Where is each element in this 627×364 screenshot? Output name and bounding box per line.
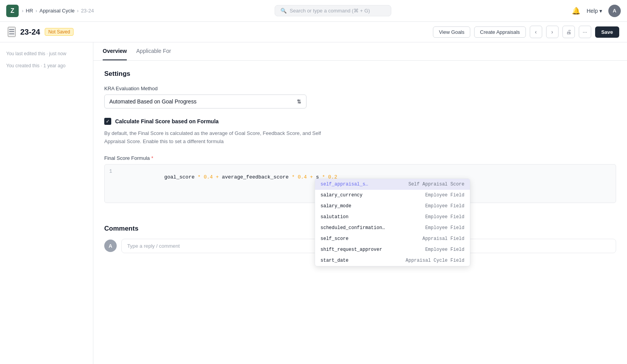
chevron-right-icon: › <box>22 8 23 14</box>
settings-title: Settings <box>104 70 616 78</box>
last-edited-text: You last edited this · just now <box>6 50 87 58</box>
autocomplete-name: shift_request_approver <box>321 247 382 252</box>
kra-selected-value: Automated Based on Goal Progress <box>109 98 196 105</box>
autocomplete-item[interactable]: salutationEmployee Field <box>315 212 470 222</box>
main-content: Overview Applicable For Settings KRA Eva… <box>93 42 627 364</box>
autocomplete-item[interactable]: self_appraisal_s…Self Appraisal Score <box>315 179 470 190</box>
tabs-bar: Overview Applicable For <box>93 42 627 61</box>
formula-form-group: Final Score Formula * 1 goal_score * 0.4… <box>104 155 616 203</box>
autocomplete-item[interactable]: shift_request_approverEmployee Field <box>315 244 470 255</box>
autocomplete-name: salutation <box>321 214 349 220</box>
autocomplete-name: scheduled_confirmation… <box>321 225 385 231</box>
code-num1: 0.4 <box>204 174 213 180</box>
autocomplete-item[interactable]: scheduled_confirmation…Employee Field <box>315 222 470 233</box>
sub-header-right: View Goals Create Appraisals ‹ › 🖨 ··· S… <box>433 26 619 38</box>
kra-label: KRA Evaluation Method <box>104 86 616 91</box>
main-layout: You last edited this · just now You crea… <box>0 42 627 364</box>
search-bar[interactable]: 🔍 Search or type a command (⌘ + G) <box>275 5 391 16</box>
formula-editor[interactable]: 1 goal_score * 0.4 + average_feedback_sc… <box>104 164 616 203</box>
autocomplete-category: Employee Field <box>425 225 464 231</box>
code-op3: * <box>289 174 298 180</box>
nav-center: 🔍 Search or type a command (⌘ + G) <box>94 5 572 16</box>
checkbox-row: ✓ Calculate Final Score based on Formula <box>104 118 616 125</box>
tab-applicable-for[interactable]: Applicable For <box>136 42 171 60</box>
nav-right: 🔔 Help ▾ A <box>572 5 621 17</box>
help-button[interactable]: Help ▾ <box>587 8 602 14</box>
autocomplete-category: Employee Field <box>425 203 464 209</box>
autocomplete-item[interactable]: salary_modeEmployee Field <box>315 201 470 212</box>
breadcrumb-current: 23-24 <box>81 8 94 14</box>
autocomplete-category: Employee Field <box>425 247 464 252</box>
autocomplete-item[interactable]: start_dateAppraisal Cycle Field <box>315 255 470 266</box>
next-button[interactable]: › <box>546 26 559 38</box>
autocomplete-item[interactable]: salary_currencyEmployee Field <box>315 190 470 201</box>
top-nav: Z › HR › Appraisal Cycle › 23-24 🔍 Searc… <box>0 0 627 22</box>
not-saved-badge: Not Saved <box>45 28 74 36</box>
chevron-down-icon: ▾ <box>599 8 602 14</box>
autocomplete-category: Employee Field <box>425 214 464 220</box>
autocomplete-name: salary_currency <box>321 192 363 198</box>
kra-form-group: KRA Evaluation Method Automated Based on… <box>104 86 616 108</box>
autocomplete-item[interactable]: self_scoreAppraisal Field <box>315 233 470 244</box>
search-placeholder: Search or type a command (⌘ + G) <box>290 8 370 14</box>
created-text: You created this · 1 year ago <box>6 62 87 70</box>
autocomplete-category: Appraisal Cycle Field <box>406 258 464 263</box>
sub-header: ☰ 23-24 Not Saved View Goals Create Appr… <box>0 22 627 42</box>
avatar[interactable]: A <box>608 5 621 17</box>
hamburger-button[interactable]: ☰ <box>8 27 16 37</box>
autocomplete-dropdown: self_appraisal_s…Self Appraisal Scoresal… <box>315 178 470 266</box>
formula-checkbox[interactable]: ✓ <box>104 118 111 125</box>
checkmark-icon: ✓ <box>106 119 110 124</box>
logo[interactable]: Z <box>6 5 19 17</box>
breadcrumb-sep2: › <box>77 8 79 14</box>
prev-button[interactable]: ‹ <box>530 26 542 38</box>
code-var2: average_feedback_score <box>222 174 289 180</box>
formula-code: goal_score * 0.4 + average_feedback_scor… <box>122 168 337 186</box>
tab-overview[interactable]: Overview <box>103 42 127 60</box>
sidebar-meta: You last edited this · just now You crea… <box>6 50 87 70</box>
page-title: 23-24 <box>20 28 40 37</box>
required-star: * <box>151 155 153 161</box>
code-op1: * <box>194 174 203 180</box>
print-button[interactable]: 🖨 <box>562 26 575 38</box>
nav-left: Z › HR › Appraisal Cycle › 23-24 <box>6 5 94 17</box>
sidebar: You last edited this · just now You crea… <box>0 42 93 364</box>
sub-header-left: ☰ 23-24 Not Saved <box>8 27 74 37</box>
comment-avatar: A <box>104 240 117 252</box>
autocomplete-category: Employee Field <box>425 192 464 198</box>
breadcrumb-hr[interactable]: HR <box>26 8 33 14</box>
formula-checkbox-group: ✓ Calculate Final Score based on Formula… <box>104 118 616 146</box>
content-area: Settings KRA Evaluation Method Automated… <box>93 61 627 222</box>
autocomplete-category: Self Appraisal Score <box>408 182 464 187</box>
view-goals-button[interactable]: View Goals <box>433 26 470 38</box>
autocomplete-name: salary_mode <box>321 203 351 209</box>
code-op2: + <box>213 174 222 180</box>
code-num2: 0.4 <box>298 174 307 180</box>
save-button[interactable]: Save <box>595 26 619 38</box>
autocomplete-name: self_appraisal_s… <box>321 182 368 187</box>
code-var1: goal_score <box>164 174 194 180</box>
bell-icon[interactable]: 🔔 <box>572 7 580 15</box>
checkbox-label: Calculate Final Score based on Formula <box>115 118 219 124</box>
kra-select[interactable]: Automated Based on Goal Progress ⇅ <box>104 94 306 108</box>
more-button[interactable]: ··· <box>579 26 591 38</box>
breadcrumb-appraisal-cycle[interactable]: Appraisal Cycle <box>39 8 74 14</box>
breadcrumb-sep1: › <box>35 8 37 14</box>
checkbox-description: By default, the Final Score is calculate… <box>104 130 322 146</box>
search-icon: 🔍 <box>280 8 287 14</box>
create-appraisals-button[interactable]: Create Appraisals <box>474 26 526 38</box>
autocomplete-category: Appraisal Field <box>422 236 464 242</box>
line-number: 1 <box>109 168 116 174</box>
code-op4: + <box>307 174 316 180</box>
formula-label: Final Score Formula * <box>104 155 616 161</box>
breadcrumb: › HR › Appraisal Cycle › 23-24 <box>22 8 94 14</box>
autocomplete-name: self_score <box>321 236 349 242</box>
select-chevron-icon: ⇅ <box>297 98 301 105</box>
autocomplete-name: start_date <box>321 258 349 263</box>
